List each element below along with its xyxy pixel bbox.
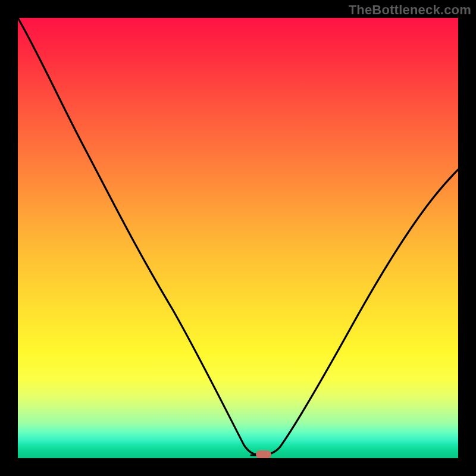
plot-area [18,18,458,458]
trough-marker [256,450,271,458]
chart-frame: TheBottleneck.com [0,0,476,476]
bottleneck-curve [18,18,458,458]
attribution-text: TheBottleneck.com [349,2,471,18]
curve-path [18,18,458,455]
